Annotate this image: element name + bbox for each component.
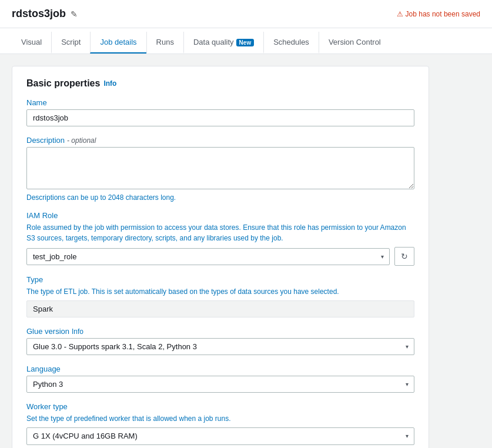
basic-properties-card: Basic properties Info Name Description -… [12,66,429,448]
name-field-group: Name [26,98,414,126]
tab-data-quality-label: Data quality [193,38,234,46]
iam-role-select-wrapper: test_job_role AWSGlueServiceRole GlueRol… [26,248,390,265]
worker-type-select[interactable]: G 1X (4vCPU and 16GB RAM) G 2X (8vCPU an… [26,427,414,445]
worker-type-desc: Set the type of predefined worker that i… [26,413,414,424]
unsaved-warning-text: Job has not been saved [406,10,480,18]
glue-version-label-row: Glue version Info [26,327,414,336]
iam-role-field-group: IAM Role Role assumed by the job with pe… [26,211,414,266]
tab-script[interactable]: Script [51,32,90,54]
worker-type-label: Worker type [26,402,414,411]
description-hint: Descriptions can be up to 2048 character… [26,193,414,202]
glue-version-field-group: Glue version Info Glue 3.0 - Supports sp… [26,327,414,355]
unsaved-warning: ⚠ Job has not been saved [397,10,480,18]
refresh-icon: ↻ [401,252,408,261]
tab-version-control[interactable]: Version Control [319,32,390,54]
name-label: Name [26,98,414,107]
glue-version-select[interactable]: Glue 3.0 - Supports spark 3.1, Scala 2, … [26,338,414,355]
iam-role-select[interactable]: test_job_role AWSGlueServiceRole GlueRol… [26,248,390,265]
card-title: Basic properties Info [26,78,414,89]
edit-icon[interactable]: ✎ [71,9,78,19]
job-title: rdstos3job [12,8,66,20]
description-optional: - optional [67,136,96,145]
language-select-wrapper: Python 3 Scala 2 ▾ [26,376,414,393]
data-quality-badge: New [236,39,255,46]
top-bar: rdstos3job ✎ ⚠ Job has not been saved [0,0,492,28]
warning-icon: ⚠ [397,10,403,18]
language-field-group: Language Python 3 Scala 2 ▾ [26,365,414,393]
tab-schedules[interactable]: Schedules [263,32,319,54]
tab-visual[interactable]: Visual [12,32,51,54]
iam-role-row: test_job_role AWSGlueServiceRole GlueRol… [26,247,414,266]
glue-version-label: Glue version [26,327,69,336]
description-label-row: Description - optional [26,136,414,145]
worker-type-select-wrapper: G 1X (4vCPU and 16GB RAM) G 2X (8vCPU an… [26,427,414,445]
language-select[interactable]: Python 3 Scala 2 [26,376,414,393]
type-field-group: Type The type of ETL job. This is set au… [26,275,414,317]
top-bar-left: rdstos3job ✎ [12,8,78,20]
tab-runs[interactable]: Runs [146,32,183,54]
card-title-text: Basic properties [26,78,100,89]
tab-job-details[interactable]: Job details [90,32,146,54]
type-desc: The type of ETL job. This is set automat… [26,286,414,297]
iam-role-desc: Role assumed by the job with permission … [26,222,414,243]
description-label: Description [26,136,65,145]
type-value: Spark [26,300,414,317]
glue-version-info-link[interactable]: Info [72,327,83,336]
tabs-bar: Visual Script Job details Runs Data qual… [0,28,492,54]
name-input[interactable] [26,109,414,126]
language-label: Language [26,365,414,373]
glue-version-select-wrapper: Glue 3.0 - Supports spark 3.1, Scala 2, … [26,338,414,355]
iam-role-refresh-button[interactable]: ↻ [394,247,414,266]
tab-data-quality[interactable]: Data qualityNew [183,32,263,54]
description-field-group: Description - optional Descriptions can … [26,136,414,202]
type-label: Type [26,275,414,284]
worker-type-field-group: Worker type Set the type of predefined w… [26,402,414,445]
iam-role-label: IAM Role [26,211,414,220]
main-content: Basic properties Info Name Description -… [0,54,492,448]
basic-properties-info-link[interactable]: Info [103,79,116,88]
description-textarea[interactable] [26,147,414,189]
